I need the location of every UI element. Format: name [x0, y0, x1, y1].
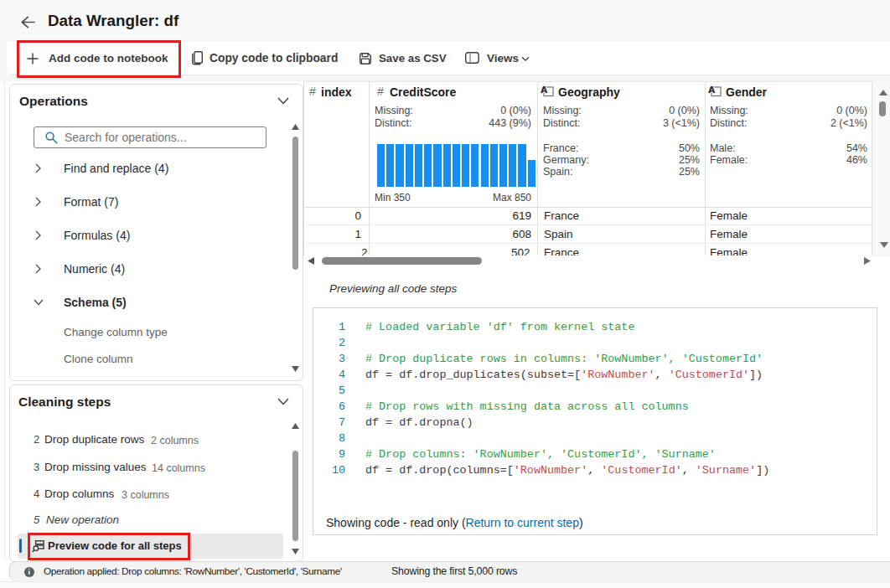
svg-text:A: A	[708, 85, 715, 95]
svg-text:A: A	[541, 85, 547, 95]
